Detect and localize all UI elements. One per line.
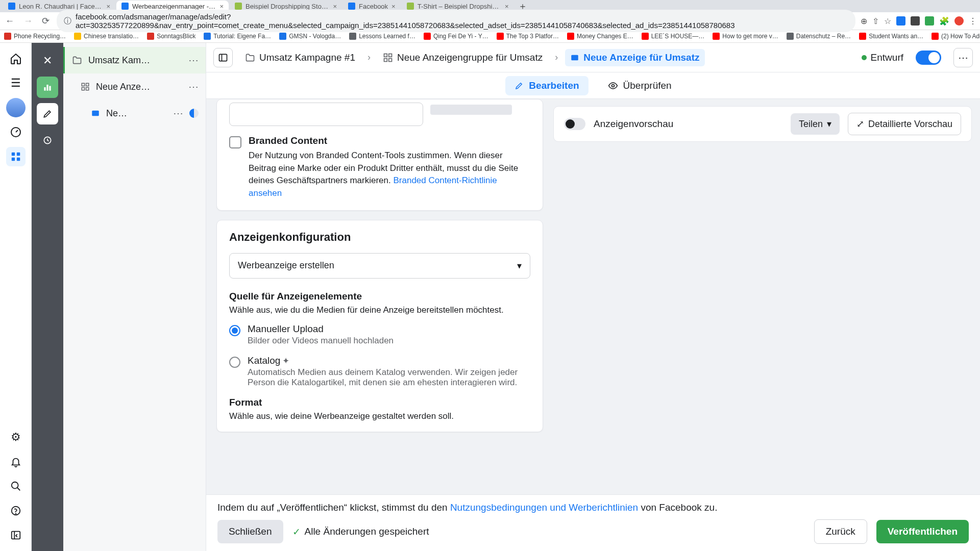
more-actions-button[interactable]: ⋯ [953,48,973,67]
detailed-preview-button[interactable]: ⤢ Detaillierte Vorschau [848,113,961,135]
tree-item-menu-icon[interactable]: ⋯ [188,81,199,93]
profile-avatar-icon[interactable] [954,16,964,26]
branded-content-row: Branded Content Der Nutzung von Branded … [229,135,530,200]
notifications-bell-icon[interactable] [6,452,26,471]
close-tab-icon[interactable]: × [219,3,224,10]
bookmark-item[interactable]: How to get more v… [713,33,778,40]
reload-button[interactable]: ⟳ [40,14,52,28]
extension-icon[interactable] [911,16,920,26]
close-button[interactable]: Schließen [217,520,283,543]
tree-campaign[interactable]: Umsatz Kam… ⋯ [63,47,206,73]
bookmark-item[interactable]: Student Wants an… [859,33,923,40]
radio-input[interactable] [229,357,240,368]
address-bar[interactable]: ⓘ facebook.com/adsmanager/manage/ads/edi… [57,10,855,32]
bookmark-item[interactable]: The Top 3 Platfor… [497,33,559,40]
folder-icon [245,53,255,63]
bookmark-item[interactable]: SonntagsBlick [147,33,195,40]
bookmark-item[interactable]: Datenschutz – Re… [787,33,851,40]
bookmark-item[interactable]: Money Changes E… [567,33,633,40]
history-clock-icon[interactable] [37,130,58,151]
ad-active-toggle[interactable] [916,51,941,65]
collapse-panel-icon[interactable] [6,525,26,545]
share-icon[interactable]: ⇧ [872,16,879,26]
ad-setup-dropdown[interactable]: Werbeanzeige erstellen ▾ [229,253,530,279]
close-editor-icon[interactable]: ✕ [37,50,58,71]
radio-manual-upload[interactable]: Manueller Upload Bilder oder Videos manu… [229,323,530,346]
help-icon[interactable] [6,501,26,520]
bookmark-star-icon[interactable]: ☆ [884,16,891,26]
share-preview-button[interactable]: Teilen ▾ [791,113,840,135]
breadcrumb-campaign[interactable]: Umsatz Kampagne #1 [240,49,360,66]
bookmark-item[interactable]: (2) How To Add A… [932,33,980,40]
tab-edit[interactable]: Bearbeiten [505,76,588,95]
ad-icon [570,53,579,62]
tree-item-menu-icon[interactable]: ⋯ [173,107,183,119]
tab-title: Facebook [359,3,388,10]
panel-layout-toggle[interactable] [213,48,233,67]
branded-content-checkbox[interactable] [229,136,241,148]
bookmark-favicon-icon [932,33,939,40]
breadcrumb-campaign-label: Umsatz Kampagne #1 [259,52,355,63]
gauge-icon[interactable] [6,122,26,142]
tab-review[interactable]: Überprüfen [599,76,681,95]
publish-button[interactable]: Veröffentlichen [876,520,969,543]
home-icon[interactable] [6,49,26,68]
preview-header: Anzeigenvorschau Teilen ▾ ⤢ Detaillierte… [553,106,972,142]
back-button[interactable]: Zurück [814,519,867,544]
edit-pencil-icon[interactable] [37,103,58,124]
extension-icon[interactable] [925,16,934,26]
tree-ad[interactable]: Ne… ⋯ [63,100,206,127]
radio-catalog[interactable]: Katalog✦ Automatisch Medien aus deinem K… [229,355,530,388]
breadcrumb-adset[interactable]: Neue Anzeigengruppe für Umsatz [378,49,548,66]
search-icon[interactable] [6,477,26,496]
tab-title: Beispiel Dropshipping Store - … [246,3,329,10]
radio-input[interactable] [229,325,240,336]
bookmark-item[interactable]: LEE´S HOUSE—… [642,33,705,40]
chevron-down-icon: ▾ [827,118,831,130]
chart-icon[interactable] [37,77,58,98]
bookmark-label: Datenschutz – Re… [796,33,851,40]
grid-ads-icon[interactable] [6,147,26,166]
terms-link[interactable]: Nutzungsbedingungen und Werberichtlinien [450,502,638,513]
terms-line: Indem du auf „Veröffentlichen“ klickst, … [217,502,969,513]
footer-actions: Schließen ✓ Alle Änderungen gespeichert … [217,519,969,544]
bookmark-item[interactable]: Lessons Learned f… [349,33,415,40]
saved-label: Alle Änderungen gespeichert [305,526,429,537]
extensions-icon[interactable]: 🧩 [939,16,949,26]
preview-toggle[interactable] [564,118,585,130]
bookmark-item[interactable]: Qing Fei De Yi - Y… [424,33,488,40]
bookmark-item[interactable]: GMSN - Vologda… [279,33,341,40]
bookmark-label: LEE´S HOUSE—… [651,33,705,40]
branded-content-title: Branded Content [249,135,530,146]
creative-source-title: Quelle für Anzeigenelemente [229,291,530,302]
format-desc: Wähle aus, wie deine Werbeanzeige gestal… [229,411,530,421]
bookmark-item[interactable]: Chinese translatio… [74,33,139,40]
content-row: Branded Content Der Nutzung von Branded … [206,99,980,551]
close-tab-icon[interactable]: × [333,3,337,10]
bookmark-item[interactable]: Tutorial: Eigene Fa… [204,33,271,40]
close-tab-icon[interactable]: × [106,3,110,10]
tab-title: Werbeanzeigenmanager - We… [132,3,216,10]
forward-button[interactable]: → [21,15,35,28]
editor-tabs: Bearbeiten Überprüfen [206,72,980,99]
close-tab-icon[interactable]: × [505,3,509,10]
back-button[interactable]: ← [3,15,16,28]
close-tab-icon[interactable]: × [391,3,396,10]
menu-hamburger-icon[interactable]: ☰ [6,73,26,93]
menu-icon[interactable]: ⋮ [969,16,977,26]
tree-item-menu-icon[interactable]: ⋯ [188,54,199,66]
breadcrumb-ad[interactable]: Neue Anzeige für Umsatz [565,49,704,66]
page-select-placeholder[interactable] [229,103,423,126]
bookmark-item[interactable]: Phone Recycling… [4,33,66,40]
favicon-icon [121,3,129,10]
tree-adset[interactable]: Neue Anze… ⋯ [63,73,206,100]
folder-icon [72,55,82,65]
tree-campaign-label: Umsatz Kam… [88,55,182,66]
user-avatar[interactable] [6,98,26,117]
settings-gear-icon[interactable]: ⚙ [6,428,26,447]
extension-icon[interactable] [896,16,905,26]
campaign-tree: Umsatz Kam… ⋯ Neue Anze… ⋯ Ne… ⋯ [63,43,206,551]
zoom-icon[interactable]: ⊕ [861,16,867,26]
svg-rect-21 [384,58,387,61]
toolbar-actions: ⊕ ⇧ ☆ 🧩 ⋮ [861,16,977,26]
